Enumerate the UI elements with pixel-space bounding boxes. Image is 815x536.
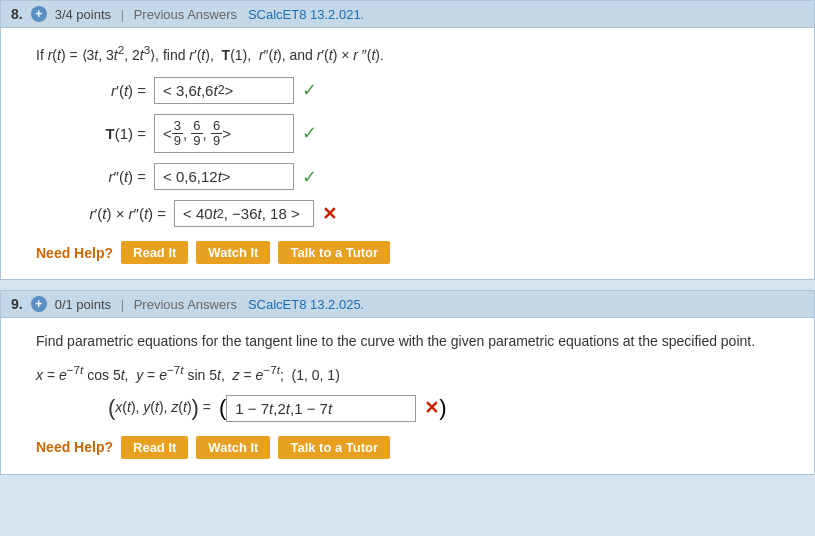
label-cross: r′(t) × r″(t) = — [36, 205, 166, 222]
question-9-text: Find parametric equations for the tangen… — [36, 333, 789, 349]
check-rdprime: ✓ — [302, 166, 317, 188]
plus-icon-9: + — [31, 296, 47, 312]
need-help-label-9: Need Help? — [36, 439, 113, 455]
label-T1: T(1) = — [36, 125, 146, 142]
label-rprime: r′(t) = — [36, 82, 146, 99]
need-help-9: Need Help? Read It Watch It Talk to a Tu… — [36, 436, 789, 459]
question-8: 8. + 3/4 points | Previous Answers SCalc… — [0, 0, 815, 280]
question-9-header: 9. + 0/1 points | Previous Answers SCalc… — [1, 291, 814, 318]
answer-rdprime[interactable]: < 0,6,12t > — [154, 163, 294, 190]
watch-it-btn-9[interactable]: Watch It — [196, 436, 270, 459]
answer-cross[interactable]: < 40t2, −36t, 18 > — [174, 200, 314, 227]
cross-xyz: ✕ — [424, 397, 439, 419]
close-paren-xyz: ) — [439, 397, 446, 419]
question-8-text: If r(t) = ⟨3t, 3t2, 2t3⟩, find r′(t), T(… — [36, 43, 789, 63]
check-rprime: ✓ — [302, 79, 317, 101]
question-8-number: 8. — [11, 6, 23, 22]
read-it-btn-8[interactable]: Read It — [121, 241, 188, 264]
question-9-subtext: x = e−7t cos 5t, y = e−7t sin 5t, z = e−… — [36, 363, 789, 383]
question-8-content: If r(t) = ⟨3t, 3t2, 2t3⟩, find r′(t), T(… — [1, 28, 814, 279]
talk-tutor-btn-9[interactable]: Talk to a Tutor — [278, 436, 390, 459]
check-T1: ✓ — [302, 122, 317, 144]
watch-it-btn-8[interactable]: Watch It — [196, 241, 270, 264]
row-rprime: r′(t) = < 3,6t,6t2 > ✓ — [36, 77, 789, 104]
question-8-header: 8. + 3/4 points | Previous Answers SCalc… — [1, 1, 814, 28]
ref-8: SCalcET8 13.2.021. — [248, 7, 364, 22]
label-xyz: (x(t), y(t), z(t)) = — [36, 397, 211, 419]
row-rdprime: r″(t) = < 0,6,12t > ✓ — [36, 163, 789, 190]
question-9-content: Find parametric equations for the tangen… — [1, 318, 814, 474]
answer-T1[interactable]: < 39 , 69 , 69 > — [154, 114, 294, 154]
row-cross: r′(t) × r″(t) = < 40t2, −36t, 18 > ✕ — [36, 200, 789, 227]
cross-cross: ✕ — [322, 203, 337, 225]
question-9: 9. + 0/1 points | Previous Answers SCalc… — [0, 290, 815, 475]
question-9-number: 9. — [11, 296, 23, 312]
points-9: 0/1 points | Previous Answers SCalcET8 1… — [55, 297, 365, 312]
plus-icon-8: + — [31, 6, 47, 22]
talk-tutor-btn-8[interactable]: Talk to a Tutor — [278, 241, 390, 264]
ref-9: SCalcET8 13.2.025. — [248, 297, 364, 312]
need-help-label-8: Need Help? — [36, 245, 113, 261]
points-8: 3/4 points | Previous Answers SCalcET8 1… — [55, 7, 365, 22]
open-paren-xyz: ( — [219, 397, 226, 419]
row-T1: T(1) = < 39 , 69 , 69 > ✓ — [36, 114, 789, 154]
label-rdprime: r″(t) = — [36, 168, 146, 185]
answer-rprime[interactable]: < 3,6t,6t2 > — [154, 77, 294, 104]
answer-xyz[interactable]: 1 − 7t,2t,1 − 7t — [226, 395, 416, 422]
row-xyz: (x(t), y(t), z(t)) = ( 1 − 7t,2t,1 − 7t … — [36, 395, 789, 422]
need-help-8: Need Help? Read It Watch It Talk to a Tu… — [36, 241, 789, 264]
read-it-btn-9[interactable]: Read It — [121, 436, 188, 459]
